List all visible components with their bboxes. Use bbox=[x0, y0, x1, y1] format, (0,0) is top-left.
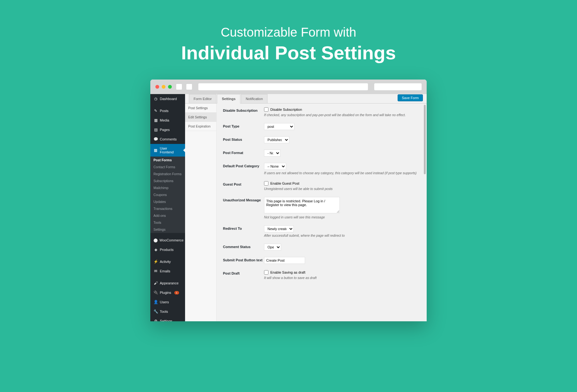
submenu-contact-forms[interactable]: Contact Forms bbox=[150, 163, 185, 170]
submenu-settings[interactable]: Settings bbox=[150, 226, 185, 233]
email-icon: ✉ bbox=[153, 269, 158, 273]
hero-title: Individual Post Settings bbox=[6, 42, 571, 64]
product-icon: ◈ bbox=[153, 247, 158, 252]
sidebar-item-tools[interactable]: 🔧Tools bbox=[150, 307, 185, 316]
sidebar-item-dashboard[interactable]: ◷Dashboard bbox=[150, 94, 185, 104]
scrollbar[interactable] bbox=[424, 104, 426, 321]
brush-icon: 🖌 bbox=[153, 281, 158, 285]
submenu-registration-forms[interactable]: Registration Forms bbox=[150, 170, 185, 177]
checkbox-post-draft[interactable] bbox=[264, 270, 268, 275]
main-panel: Form Editor Settings Notification Save F… bbox=[185, 94, 427, 321]
sidebar-item-media[interactable]: ▦Media bbox=[150, 116, 185, 125]
help-unauthorized-message: Not logged in users will see this messag… bbox=[264, 215, 420, 219]
label-default-category: Default Post Category bbox=[223, 163, 264, 168]
content-area: Post Settings Edit Settings Post Expirat… bbox=[185, 104, 427, 321]
browser-tab[interactable] bbox=[176, 84, 182, 90]
submenu-updates[interactable]: Updates bbox=[150, 198, 185, 205]
update-badge: 1 bbox=[174, 291, 179, 294]
search-bar[interactable] bbox=[374, 83, 422, 90]
sidebar-item-woocommerce[interactable]: ⬤WooCommerce bbox=[150, 235, 185, 245]
sidebar-item-emails[interactable]: ✉Emails bbox=[150, 266, 185, 276]
wrench-icon: 🔧 bbox=[153, 309, 158, 314]
label-post-format: Post Format bbox=[223, 150, 264, 155]
minimize-icon[interactable] bbox=[162, 85, 165, 89]
settings-subnav: Post Settings Edit Settings Post Expirat… bbox=[185, 104, 217, 321]
sidebar-item-appearance[interactable]: 🖌Appearance bbox=[150, 278, 185, 288]
submenu-mailchimp[interactable]: Mailchimp bbox=[150, 184, 185, 191]
select-post-format[interactable]: - None - bbox=[264, 150, 280, 157]
help-default-category: If users are not allowed to choose any c… bbox=[264, 171, 420, 175]
select-redirect-to[interactable]: Newly created post bbox=[264, 225, 294, 232]
help-disable-subscription: If checked, any subscription and pay-per… bbox=[264, 113, 420, 117]
checkbox-disable-subscription[interactable] bbox=[264, 107, 268, 112]
settings-form: Disable Subscription Disable Subscriptio… bbox=[217, 104, 427, 321]
browser-chrome bbox=[150, 80, 427, 94]
page-icon: ▤ bbox=[153, 128, 158, 132]
tab-bar: Form Editor Settings Notification Save F… bbox=[185, 94, 427, 104]
help-redirect-to: After successfull submit, where the page… bbox=[264, 234, 420, 237]
submenu-addons[interactable]: Add-ons bbox=[150, 212, 185, 219]
sidebar-item-plugins[interactable]: 🔌Plugins1 bbox=[150, 288, 185, 297]
maximize-icon[interactable] bbox=[168, 85, 172, 89]
label-unauthorized-message: Unauthorized Message bbox=[223, 197, 264, 202]
label-redirect-to: Redirect To bbox=[223, 225, 264, 230]
sidebar-item-activity[interactable]: ⚡Activity bbox=[150, 257, 185, 266]
label-disable-subscription: Disable Subscription bbox=[223, 107, 264, 112]
tab-settings[interactable]: Settings bbox=[217, 94, 240, 104]
comment-icon: 💬 bbox=[153, 137, 158, 141]
sidebar-item-settings[interactable]: ⚙Settings bbox=[150, 316, 185, 321]
browser-window: ◷Dashboard ✎Posts ▦Media ▤Pages 💬Comment… bbox=[150, 80, 427, 321]
sidebar-item-users[interactable]: 👤Users bbox=[150, 297, 185, 307]
subnav-edit-settings[interactable]: Edit Settings bbox=[185, 113, 216, 122]
submenu-post-forms[interactable]: Post Forms bbox=[150, 157, 185, 163]
label-guest-post: Guest Post bbox=[223, 181, 264, 186]
label-comment-status: Comment Status bbox=[223, 244, 264, 249]
gear-icon: ⚙ bbox=[153, 319, 158, 321]
address-bar[interactable] bbox=[198, 83, 368, 90]
pin-icon: ✎ bbox=[153, 109, 158, 113]
dashboard-icon: ◷ bbox=[153, 97, 158, 101]
textarea-unauthorized-message[interactable] bbox=[264, 197, 340, 213]
sidebar-item-user-frontend[interactable]: ▦User Frontend bbox=[150, 144, 185, 157]
tab-form-editor[interactable]: Form Editor bbox=[189, 94, 216, 103]
help-post-draft: It will show a button to save as draft bbox=[264, 276, 420, 280]
tab-notification[interactable]: Notification bbox=[241, 94, 267, 103]
select-comment-status[interactable]: Open bbox=[264, 244, 281, 251]
select-default-category[interactable]: – None – bbox=[264, 163, 286, 170]
scrollbar-thumb[interactable] bbox=[424, 105, 426, 174]
wp-admin: ◷Dashboard ✎Posts ▦Media ▤Pages 💬Comment… bbox=[150, 94, 427, 321]
hero-subtitle: Customizable Form with bbox=[6, 25, 571, 39]
activity-icon: ⚡ bbox=[153, 259, 158, 264]
media-icon: ▦ bbox=[153, 118, 158, 122]
label-post-status: Post Status bbox=[223, 136, 264, 141]
select-post-status[interactable]: Published bbox=[264, 136, 289, 143]
hero-banner: Customizable Form with Individual Post S… bbox=[0, 0, 577, 80]
admin-sidebar: ◷Dashboard ✎Posts ▦Media ▤Pages 💬Comment… bbox=[150, 94, 185, 321]
sidebar-item-products[interactable]: ◈Products bbox=[150, 245, 185, 254]
select-post-type[interactable]: post bbox=[264, 123, 294, 130]
submenu-coupons[interactable]: Coupons bbox=[150, 191, 185, 198]
help-guest-post: Unregistered users will be able to submi… bbox=[264, 187, 420, 191]
submenu-subscriptions[interactable]: Subscriptions bbox=[150, 177, 185, 184]
submenu-transactions[interactable]: Transactions bbox=[150, 205, 185, 212]
close-icon[interactable] bbox=[155, 85, 159, 89]
subnav-post-settings[interactable]: Post Settings bbox=[185, 104, 216, 113]
grid-icon: ▦ bbox=[153, 148, 158, 152]
label-post-type: Post Type bbox=[223, 123, 264, 128]
checkbox-guest-post[interactable] bbox=[264, 181, 268, 186]
sidebar-item-posts[interactable]: ✎Posts bbox=[150, 106, 185, 116]
user-icon: 👤 bbox=[153, 300, 158, 304]
save-form-button[interactable]: Save Form bbox=[398, 94, 423, 101]
subnav-post-expiration[interactable]: Post Expiration bbox=[185, 122, 216, 131]
browser-tab[interactable] bbox=[186, 84, 192, 90]
plug-icon: 🔌 bbox=[153, 290, 158, 295]
cart-icon: ⬤ bbox=[153, 238, 158, 242]
input-submit-button-text[interactable] bbox=[264, 257, 305, 264]
label-submit-button-text: Submit Post Button text bbox=[223, 257, 264, 262]
sidebar-item-comments[interactable]: 💬Comments bbox=[150, 134, 185, 144]
label-post-draft: Post Draft bbox=[223, 270, 264, 275]
sidebar-item-pages[interactable]: ▤Pages bbox=[150, 125, 185, 134]
submenu-tools[interactable]: Tools bbox=[150, 219, 185, 226]
